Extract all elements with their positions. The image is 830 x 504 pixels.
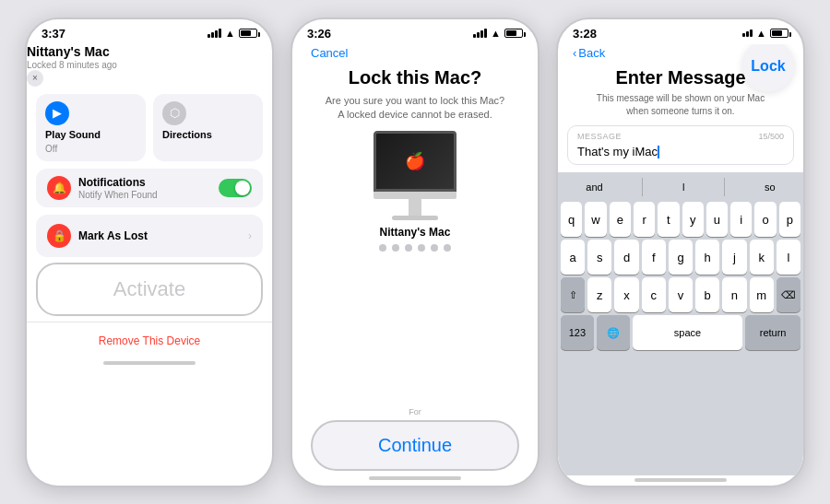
mark-as-lost-label: Mark As Lost	[78, 229, 148, 242]
nav-3: ‹ Back Lock	[558, 44, 803, 67]
field-label: MESSAGE	[577, 132, 622, 141]
text-cursor	[658, 146, 659, 158]
enter-message-subtitle: This message will be shown on your Macwh…	[558, 92, 803, 118]
play-sound-sub: Off	[45, 144, 136, 154]
key-j[interactable]: j	[722, 240, 746, 275]
key-y[interactable]: y	[682, 202, 704, 237]
activate-area: Activate	[36, 263, 263, 316]
suggestion-1[interactable]: and	[586, 182, 602, 193]
signal-icon-2	[473, 29, 487, 38]
key-c[interactable]: c	[642, 277, 666, 312]
battery-icon-2	[504, 29, 523, 38]
lock-button-circle[interactable]: Lock	[742, 44, 794, 92]
status-bar-3: 3:28 ▲	[558, 19, 803, 44]
key-w[interactable]: w	[585, 202, 606, 237]
directions-tile[interactable]: ⬡ Directions	[153, 94, 263, 161]
key-v[interactable]: v	[669, 277, 693, 312]
notify-when-found-label: Notify When Found	[78, 190, 158, 200]
key-d[interactable]: d	[614, 240, 638, 275]
key-123[interactable]: 123	[561, 315, 594, 350]
wifi-icon: ▲	[225, 28, 235, 39]
status-icons-3: ▲	[742, 28, 788, 39]
key-i[interactable]: i	[730, 202, 752, 237]
apple-logo-icon: 🍎	[405, 151, 425, 171]
screen-2: Cancel Lock this Mac? Are you sure you w…	[292, 44, 538, 486]
back-button[interactable]: ‹ Back	[573, 46, 605, 60]
home-indicator-1	[103, 361, 196, 365]
key-g[interactable]: g	[669, 240, 693, 275]
message-text: That's my iMac	[577, 145, 784, 159]
key-a[interactable]: a	[561, 240, 585, 275]
key-f[interactable]: f	[642, 240, 666, 275]
directions-icon: ⬡	[162, 101, 186, 125]
key-r[interactable]: r	[634, 202, 655, 237]
status-bar-1: 3:37 ▲	[27, 19, 272, 44]
chevron-right-icon: ›	[248, 229, 252, 242]
key-u[interactable]: u	[706, 202, 728, 237]
keyboard-row-1: q w e r t y u i o p	[561, 202, 800, 237]
imac-name-label: Nittany's Mac	[380, 226, 451, 239]
key-m[interactable]: m	[750, 277, 774, 312]
imac-screen: 🍎	[374, 131, 456, 192]
activate-button[interactable]: Activate	[36, 263, 263, 316]
battery-icon-3	[770, 29, 788, 38]
status-bar-2: 3:26 ▲	[292, 19, 538, 44]
key-h[interactable]: h	[695, 240, 719, 275]
keyboard-suggestions: and l so	[561, 176, 800, 198]
status-icons-2: ▲	[473, 28, 523, 39]
key-o[interactable]: o	[754, 202, 776, 237]
key-t[interactable]: t	[658, 202, 679, 237]
device-info: Nittany's Mac Locked 8 minutes ago	[27, 44, 272, 70]
notifications-row[interactable]: 🔔 Notifications Notify When Found	[36, 169, 263, 207]
notify-toggle[interactable]	[219, 179, 252, 197]
notifications-icon: 🔔	[47, 176, 71, 200]
mark-lost-icon: 🔒	[47, 224, 71, 248]
key-x[interactable]: x	[614, 277, 638, 312]
key-space[interactable]: space	[633, 315, 743, 350]
mark-as-lost-row[interactable]: 🔒 Mark As Lost ›	[36, 215, 263, 257]
phone-1: 3:37 ▲ Nittany's Mac Locked 8 minutes ag…	[25, 18, 274, 487]
imac-neck	[409, 199, 421, 216]
suggestion-3[interactable]: so	[765, 182, 776, 193]
screen-3: ‹ Back Lock Enter Message This message w…	[558, 44, 803, 486]
key-return[interactable]: return	[745, 315, 800, 350]
key-backspace[interactable]: ⌫	[777, 277, 800, 312]
device-title: Nittany's Mac	[27, 44, 272, 59]
device-subtitle: Locked 8 minutes ago	[27, 60, 272, 70]
keyboard-row-4: 123 🌐 space return	[561, 315, 800, 350]
key-s[interactable]: s	[587, 240, 611, 275]
pin-dots	[379, 244, 451, 252]
remove-device-label[interactable]: Remove This Device	[99, 334, 200, 347]
key-e[interactable]: e	[610, 202, 631, 237]
key-k[interactable]: k	[750, 240, 774, 275]
message-field[interactable]: MESSAGE 15/500 That's my iMac	[567, 125, 794, 166]
directions-label: Directions	[162, 129, 254, 140]
notifications-label: Notifications	[78, 176, 158, 189]
for-text: For	[409, 407, 421, 416]
key-n[interactable]: n	[722, 277, 746, 312]
continue-button[interactable]: Continue	[311, 420, 519, 471]
imac-chin	[374, 192, 456, 199]
key-q[interactable]: q	[561, 202, 582, 237]
signal-icon-3	[742, 29, 753, 37]
suggestion-2[interactable]: l	[682, 182, 684, 193]
wifi-icon-3: ▲	[756, 28, 766, 39]
key-l[interactable]: l	[777, 240, 800, 275]
close-button[interactable]: ×	[27, 70, 43, 87]
status-icons-1: ▲	[208, 28, 257, 39]
key-globe[interactable]: 🌐	[597, 315, 630, 350]
remove-device-row[interactable]: Remove This Device	[27, 322, 272, 357]
key-shift[interactable]: ⇧	[561, 277, 585, 312]
keyboard: and l so q w e r t y u i o p a s	[558, 172, 803, 475]
lock-button-label: Lock	[751, 58, 785, 75]
key-b[interactable]: b	[695, 277, 719, 312]
key-z[interactable]: z	[587, 277, 611, 312]
key-p[interactable]: p	[779, 202, 800, 237]
lock-title: Lock this Mac?	[349, 67, 481, 88]
play-sound-icon: ▶	[45, 101, 69, 125]
nav-2: Cancel	[311, 44, 519, 67]
screen-1: Nittany's Mac Locked 8 minutes ago × ▶ P…	[27, 44, 272, 486]
imac-base	[392, 216, 438, 220]
play-sound-tile[interactable]: ▶ Play Sound Off	[36, 94, 146, 161]
cancel-button[interactable]: Cancel	[311, 46, 348, 60]
